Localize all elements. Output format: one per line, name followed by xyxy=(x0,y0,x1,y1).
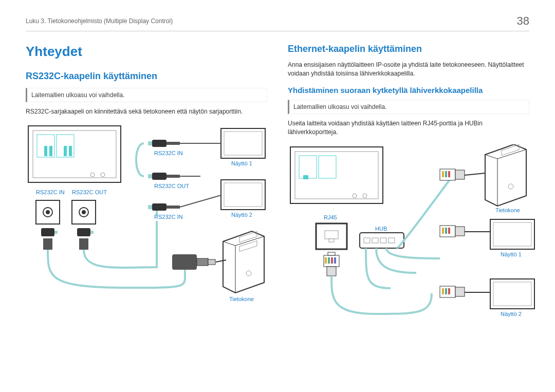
svg-rect-17 xyxy=(54,231,58,234)
svg-rect-6 xyxy=(64,146,67,156)
svg-rect-29 xyxy=(148,205,152,209)
ethernet-intro: Anna ensisijaisen näyttölaitteen IP-osoi… xyxy=(288,61,529,79)
svg-line-90 xyxy=(465,173,485,175)
ethernet-diagram: RJ45 HUB Tietokone Näyttö 1 Näyttö 2 xyxy=(288,144,529,329)
svg-rect-60 xyxy=(325,257,327,264)
svg-rect-28 xyxy=(152,203,166,211)
label-computer-r: Tietokone xyxy=(495,207,520,213)
ethernet-body: Useita laitteita voidaan yhdistää käyttä… xyxy=(288,119,529,137)
svg-rect-82 xyxy=(445,288,447,294)
svg-rect-74 xyxy=(455,170,465,179)
svg-rect-77 xyxy=(445,228,447,234)
svg-rect-72 xyxy=(445,171,447,177)
svg-rect-16 xyxy=(41,228,54,236)
label-monitor2: Näyttö 2 xyxy=(231,212,252,218)
svg-rect-23 xyxy=(148,141,152,145)
subsubsection-direct-lan: Yhdistäminen suoraan kytketyllä lähiverk… xyxy=(288,86,529,95)
svg-rect-24 xyxy=(166,142,180,145)
svg-rect-79 xyxy=(455,227,465,236)
svg-rect-57 xyxy=(329,239,334,242)
svg-rect-61 xyxy=(328,257,330,264)
svg-rect-4 xyxy=(49,146,52,156)
svg-line-37 xyxy=(180,195,221,207)
svg-rect-30 xyxy=(166,206,180,209)
label-rs232c-out-2: RS232C OUT xyxy=(154,183,189,189)
rs232c-diagram: RS232C IN RS232C OUT RS232C IN RS232C OU… xyxy=(26,123,267,303)
svg-rect-78 xyxy=(448,228,450,234)
breadcrumb: Luku 3. Tietokoneohjelmisto (Multiple Di… xyxy=(26,17,173,25)
label-monitor1: Näyttö 1 xyxy=(231,160,252,166)
note-box: Laitemallien ulkoasu voi vaihdella. xyxy=(26,88,267,102)
svg-rect-84 xyxy=(455,287,465,296)
svg-rect-20 xyxy=(90,231,94,234)
left-column: Yhteydet RS232C-kaapelin käyttäminen Lai… xyxy=(26,44,267,329)
label-computer: Tietokone xyxy=(229,296,254,302)
label-hub: HUB xyxy=(375,226,387,232)
label-monitor2-r: Näyttö 2 xyxy=(501,311,522,317)
label-monitor1-r: Näyttö 1 xyxy=(501,251,522,257)
svg-rect-81 xyxy=(442,288,444,294)
svg-rect-7 xyxy=(69,146,72,156)
svg-rect-76 xyxy=(442,228,444,234)
label-rs232c-in-2: RS232C IN xyxy=(154,150,183,156)
svg-rect-26 xyxy=(148,174,152,178)
svg-rect-59 xyxy=(328,252,335,255)
svg-point-12 xyxy=(46,210,50,214)
svg-rect-25 xyxy=(152,173,166,180)
label-rs232c-in-3: RS232C IN xyxy=(154,214,183,220)
svg-rect-62 xyxy=(331,257,333,264)
section-title: Yhteydet xyxy=(26,44,267,60)
svg-rect-71 xyxy=(442,171,444,177)
svg-rect-56 xyxy=(325,231,338,239)
page-header: Luku 3. Tietokoneohjelmisto (Multiple Di… xyxy=(26,14,529,31)
svg-rect-83 xyxy=(448,288,450,294)
svg-rect-73 xyxy=(448,171,450,177)
page-number: 38 xyxy=(517,14,529,28)
svg-rect-27 xyxy=(166,175,180,178)
svg-rect-63 xyxy=(334,257,336,264)
svg-rect-38 xyxy=(172,254,197,270)
note-box-2: Laitemallien ulkoasu voi vaihdella. xyxy=(288,100,529,114)
svg-rect-3 xyxy=(44,146,47,156)
subsection-ethernet: Ethernet-kaapelin käyttäminen xyxy=(288,44,529,54)
svg-rect-18 xyxy=(43,238,52,250)
right-column: Ethernet-kaapelin käyttäminen Anna ensis… xyxy=(288,44,529,329)
svg-rect-64 xyxy=(327,267,336,276)
svg-rect-40 xyxy=(208,259,215,265)
subsection-rs232c: RS232C-kaapelin käyttäminen xyxy=(26,71,267,82)
body-text: RS232C-sarjakaapeli on kiinnitettävä sek… xyxy=(26,107,267,116)
svg-rect-94 xyxy=(490,279,534,309)
svg-rect-33 xyxy=(221,180,265,210)
ethernet-svg xyxy=(288,144,540,329)
svg-rect-19 xyxy=(77,228,90,236)
svg-rect-39 xyxy=(197,258,208,266)
svg-rect-91 xyxy=(490,219,534,249)
svg-rect-21 xyxy=(79,238,88,250)
svg-rect-65 xyxy=(360,233,404,248)
svg-rect-51 xyxy=(303,175,308,179)
svg-rect-31 xyxy=(221,128,265,158)
svg-rect-22 xyxy=(152,140,166,147)
label-rs232c-out: RS232C OUT xyxy=(72,189,107,195)
label-rs232c-in: RS232C IN xyxy=(36,189,65,195)
svg-point-15 xyxy=(82,210,86,214)
label-rj45: RJ45 xyxy=(324,214,337,220)
